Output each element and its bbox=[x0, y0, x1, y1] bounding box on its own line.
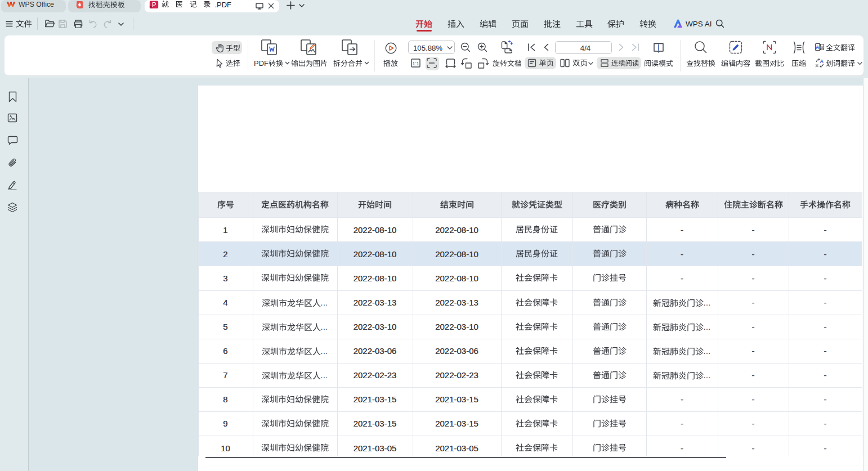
svg-text:1:1: 1:1 bbox=[412, 61, 419, 66]
svg-text:A: A bbox=[820, 59, 824, 64]
svg-text:A: A bbox=[816, 44, 820, 50]
